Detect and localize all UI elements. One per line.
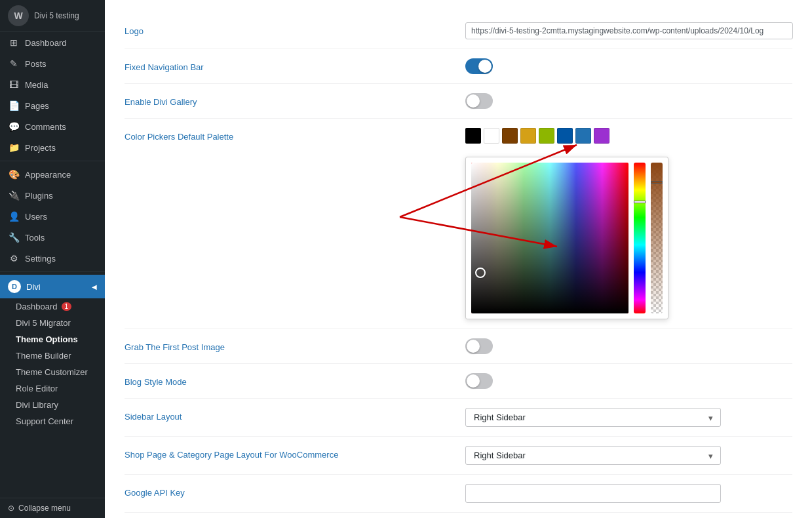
blog-style-row: Blog Style Mode <box>125 364 792 399</box>
color-swatch-7[interactable] <box>594 128 609 144</box>
sidebar-item-plugins[interactable]: 🔌 Plugins <box>0 185 105 206</box>
google-fonts-row: Use Google Fonts <box>125 513 792 518</box>
media-icon: 🎞 <box>8 79 20 90</box>
color-swatch-4[interactable] <box>539 128 554 144</box>
color-swatch-3[interactable] <box>520 128 536 144</box>
sidebar-item-dashboard[interactable]: ⊞ Dashboard <box>0 32 105 53</box>
divi-gallery-label: Enable Divi Gallery <box>125 93 465 107</box>
sidebar-item-label: Comments <box>25 122 66 132</box>
sidebar-divi-header[interactable]: D Divi ◀ <box>0 275 105 298</box>
divi-gallery-toggle[interactable] <box>465 93 493 109</box>
divi-theme-builder-label: Theme Builder <box>16 351 71 361</box>
divi-sub-dashboard[interactable]: Dashboard 1 <box>0 298 105 315</box>
divi-sub-theme-options[interactable]: Theme Options <box>0 331 105 348</box>
color-swatch-1[interactable] <box>484 128 499 144</box>
sidebar-layout-label: Sidebar Layout <box>125 408 465 422</box>
opacity-slider-thumb <box>651 181 663 184</box>
divi-gallery-control <box>465 93 792 109</box>
opacity-slider[interactable] <box>651 163 663 313</box>
divi-role-editor-label: Role Editor <box>16 384 58 393</box>
google-api-control <box>465 484 792 503</box>
color-palette-label: Color Pickers Default Palette <box>125 128 465 142</box>
sidebar-item-label: Media <box>25 80 48 90</box>
plugins-icon: 🔌 <box>8 190 20 201</box>
fixed-nav-label: Fixed Navigation Bar <box>125 58 465 72</box>
fixed-nav-row: Fixed Navigation Bar <box>125 49 792 84</box>
picker-crosshair <box>475 268 486 278</box>
divi-theme-customizer-label: Theme Customizer <box>16 367 88 377</box>
shop-layout-select[interactable]: Right Sidebar Left Sidebar No Sidebar <box>465 446 721 465</box>
divi-sub-theme-customizer[interactable]: Theme Customizer <box>0 364 105 380</box>
opacity-gradient <box>651 163 663 313</box>
collapse-label: Collapse menu <box>18 504 71 513</box>
toggle-thumb <box>467 94 480 108</box>
sidebar-item-settings[interactable]: ⚙ Settings <box>0 248 105 269</box>
google-api-label: Google API Key <box>125 484 465 498</box>
sidebar-item-label: Users <box>25 212 47 222</box>
color-swatch-6[interactable] <box>575 128 591 144</box>
main-content: Logo Fixed Navigation Bar Enable Divi Ga… <box>105 0 812 518</box>
sidebar-item-posts[interactable]: ✎ Posts <box>0 53 105 74</box>
color-gradient-area[interactable] <box>471 163 628 313</box>
google-api-input[interactable] <box>465 484 721 503</box>
blog-style-toggle[interactable] <box>465 373 493 389</box>
divi-support-label: Support Center <box>16 416 73 426</box>
color-palette-row: Color Pickers Default Palette <box>125 119 792 329</box>
color-swatch-0[interactable] <box>465 128 481 144</box>
hue-slider-thumb <box>634 201 646 203</box>
dashboard-badge: 1 <box>62 302 72 311</box>
sidebar-item-label: Plugins <box>25 191 53 201</box>
divi-dashboard-label: Dashboard <box>16 302 58 311</box>
divi-migrator-label: Divi 5 Migrator <box>16 318 71 328</box>
divi-sub-migrator[interactable]: Divi 5 Migrator <box>0 315 105 331</box>
divi-sub-library[interactable]: Divi Library <box>0 397 105 413</box>
divi-logo: D <box>8 280 21 293</box>
tools-icon: 🔧 <box>8 232 20 243</box>
toggle-thumb <box>467 340 480 353</box>
sidebar-item-appearance[interactable]: 🎨 Appearance <box>0 164 105 185</box>
shop-layout-select-wrapper: Right Sidebar Left Sidebar No Sidebar <box>465 446 721 465</box>
divi-sub-theme-builder[interactable]: Theme Builder <box>0 348 105 364</box>
blog-style-control <box>465 373 792 389</box>
hue-slider[interactable] <box>634 163 646 313</box>
sidebar-item-tools[interactable]: 🔧 Tools <box>0 227 105 248</box>
site-logo-area: W Divi 5 testing <box>0 0 105 32</box>
toggle-thumb <box>467 374 480 388</box>
shop-layout-control: Right Sidebar Left Sidebar No Sidebar <box>465 446 792 465</box>
color-picker-popup <box>465 157 668 319</box>
sidebar-item-label: Projects <box>25 143 56 153</box>
grab-image-row: Grab The First Post Image <box>125 329 792 364</box>
shop-layout-label: Shop Page & Category Page Layout For Woo… <box>125 446 465 460</box>
divi-sub-role-editor[interactable]: Role Editor <box>0 380 105 397</box>
sidebar-item-label: Posts <box>25 59 47 69</box>
collapse-menu-button[interactable]: ⊙ Collapse menu <box>0 498 105 518</box>
grab-image-toggle[interactable] <box>465 338 493 354</box>
color-picker-inner <box>471 163 663 313</box>
sidebar-separator <box>0 161 105 161</box>
sidebar-layout-select[interactable]: Right Sidebar Left Sidebar No Sidebar <box>465 408 721 427</box>
sidebar-item-label: Pages <box>25 101 49 111</box>
logo-url-input[interactable] <box>465 22 793 39</box>
pages-icon: 📄 <box>8 100 20 111</box>
black-gradient <box>471 163 628 313</box>
comments-icon: 💬 <box>8 121 20 132</box>
color-swatch-5[interactable] <box>557 128 573 144</box>
sidebar-item-comments[interactable]: 💬 Comments <box>0 116 105 137</box>
grab-image-label: Grab The First Post Image <box>125 338 465 352</box>
sidebar-item-projects[interactable]: 📁 Projects <box>0 137 105 158</box>
sidebar-layout-select-wrapper: Right Sidebar Left Sidebar No Sidebar <box>465 408 721 427</box>
fixed-nav-toggle[interactable] <box>465 58 493 74</box>
sidebar-item-users[interactable]: 👤 Users <box>0 206 105 227</box>
logo-label: Logo <box>125 22 465 36</box>
color-swatch-2[interactable] <box>502 128 518 144</box>
divi-theme-options-label: Theme Options <box>16 334 78 344</box>
sidebar-item-pages[interactable]: 📄 Pages <box>0 95 105 116</box>
posts-icon: ✎ <box>8 58 20 69</box>
site-name: Divi 5 testing <box>34 11 79 20</box>
sidebar-item-media[interactable]: 🎞 Media <box>0 74 105 95</box>
projects-icon: 📁 <box>8 142 20 153</box>
divi-sub-support[interactable]: Support Center <box>0 413 105 429</box>
dashboard-icon: ⊞ <box>8 37 20 48</box>
shop-layout-row: Shop Page & Category Page Layout For Woo… <box>125 437 792 475</box>
main-menu: ⊞ Dashboard ✎ Posts 🎞 Media 📄 Pages 💬 Co… <box>0 32 105 498</box>
